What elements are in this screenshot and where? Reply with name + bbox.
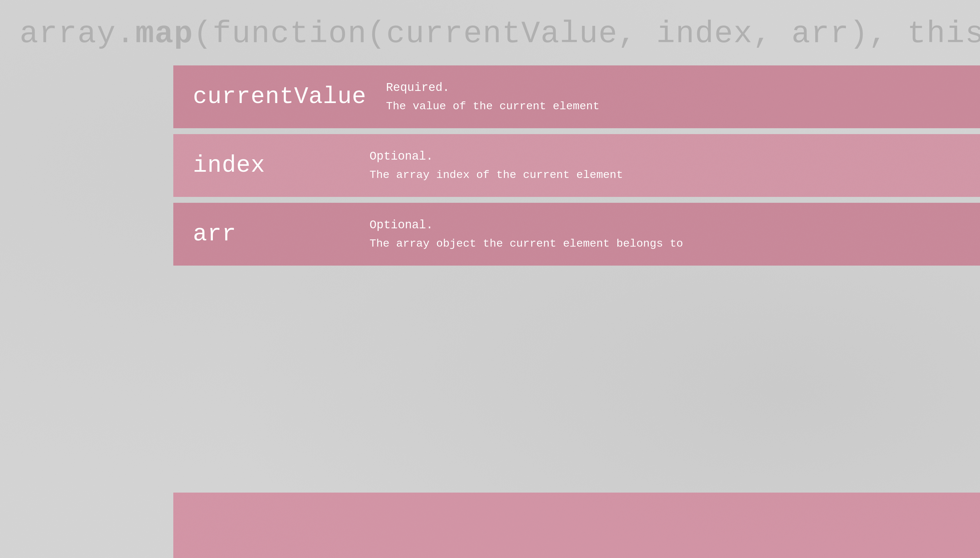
param-name-currentvalue: currentValue — [193, 84, 366, 110]
title-suffix: (function(currentValue, index, arr), thi… — [193, 16, 980, 52]
param-status-currentvalue: Required. — [386, 79, 600, 97]
param-row-inner-currentvalue: currentValue Required. The value of the … — [173, 66, 980, 128]
param-desc-arr: Optional. The array object the current e… — [369, 216, 683, 253]
param-status-index: Optional. — [369, 147, 623, 166]
param-row-inner-arr: arr Optional. The array object the curre… — [173, 203, 980, 266]
param-desc-index: Optional. The array index of the current… — [369, 147, 623, 184]
title-method: map — [135, 16, 193, 52]
param-name-index: index — [193, 152, 350, 179]
param-desc-currentvalue: Required. The value of the current eleme… — [386, 79, 600, 115]
param-description-arr: The array object the current element bel… — [369, 235, 683, 253]
params-container: currentValue Required. The value of the … — [173, 66, 980, 266]
param-row-partial-inner — [173, 492, 980, 558]
param-row-index: index Optional. The array index of the c… — [173, 134, 980, 197]
param-name-arr: arr — [193, 221, 350, 248]
main-title: array.map(function(currentValue, index, … — [20, 16, 960, 52]
param-description-index: The array index of the current element — [369, 166, 623, 184]
param-row-arr: arr Optional. The array object the curre… — [173, 203, 980, 266]
param-status-arr: Optional. — [369, 216, 683, 235]
param-row-currentvalue: currentValue Required. The value of the … — [173, 66, 980, 128]
param-description-currentvalue: The value of the current element — [386, 97, 600, 115]
title-prefix: array. — [20, 16, 135, 52]
param-row-inner-index: index Optional. The array index of the c… — [173, 134, 980, 197]
param-row-partial — [173, 492, 980, 558]
